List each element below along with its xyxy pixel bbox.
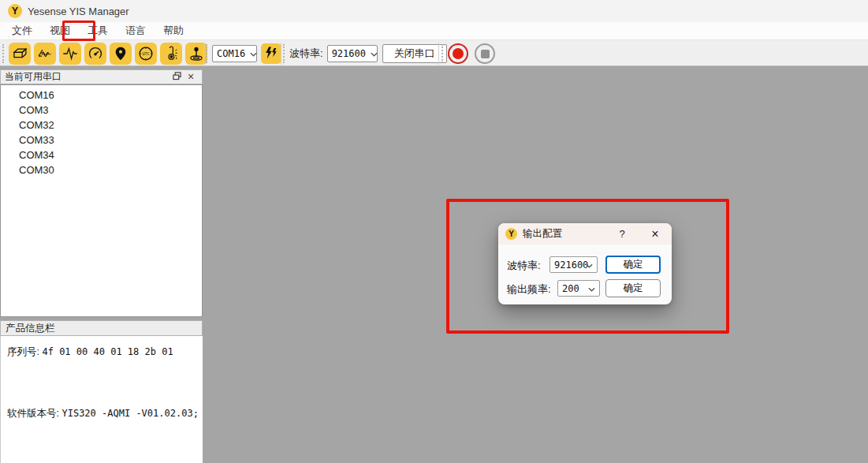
product-info-body: 序列号: 4f 01 00 40 01 18 2b 01 软件版本号: YIS3…	[0, 336, 203, 463]
output-frequency-row: 输出频率: 200 确定	[498, 279, 672, 297]
gauge-button[interactable]	[84, 43, 106, 65]
toolbar-drag-handle[interactable]	[2, 44, 6, 63]
output-config-dialog: Y 输出配置 ? × 波特率: 921600 确定 输出频率: 200 确定	[498, 223, 672, 304]
title-bar: Y Yesense YIS Manager	[0, 0, 868, 22]
software-version-line: 软件版本号: YIS320 -AQMI -V01.02.03;	[7, 407, 199, 420]
software-version-label: 软件版本号:	[7, 408, 59, 419]
port-select[interactable]: COM16	[212, 45, 257, 62]
attitude-joystick-icon	[188, 45, 205, 62]
chevron-down-icon	[250, 48, 257, 59]
dialog-help-button[interactable]: ?	[613, 223, 631, 245]
utc-clock-icon: UTC	[137, 45, 155, 62]
thermometer-icon	[162, 45, 180, 62]
serial-port-list[interactable]: COM16 COM3 COM32 COM33 COM34 COM30	[0, 84, 203, 317]
output-frequency-ok-button[interactable]: 确定	[605, 279, 661, 297]
thermometer-button[interactable]	[160, 43, 182, 65]
baud-rate-ok-button[interactable]: 确定	[605, 256, 661, 274]
chevron-down-icon	[588, 283, 595, 294]
toolbar-drag-handle[interactable]	[441, 44, 445, 63]
list-item-port[interactable]: COM33	[1, 133, 202, 147]
close-panel-button[interactable]: ×	[184, 71, 198, 83]
app-logo-icon: Y	[8, 4, 22, 18]
menu-language[interactable]: 语言	[117, 21, 155, 40]
window-title: Yesense YIS Manager	[28, 6, 129, 17]
serial-ports-panel: 当前可用串口 × COM16 COM3 COM32 COM33 COM34 CO…	[0, 69, 203, 463]
stop-icon	[481, 50, 490, 58]
serial-ports-panel-title: 当前可用串口	[5, 70, 61, 84]
serial-ports-panel-header: 当前可用串口 ×	[0, 69, 203, 84]
toolbar-drag-handle[interactable]	[283, 44, 286, 63]
record-icon	[453, 48, 464, 59]
location-pin-icon	[112, 45, 129, 62]
angle-waveform-icon	[36, 45, 54, 62]
software-version-value: YIS320 -AQMI -V01.02.03;	[61, 408, 198, 419]
cube-3d-button[interactable]	[9, 43, 31, 65]
refresh-flash-icon	[264, 46, 278, 62]
float-panel-button[interactable]	[170, 71, 184, 83]
toolbar-separator	[281, 43, 281, 65]
gauge-icon	[87, 45, 104, 62]
toolbar-separator	[203, 43, 204, 65]
dialog-close-button[interactable]: ×	[645, 223, 665, 245]
chevron-down-icon	[371, 48, 378, 59]
float-window-icon	[173, 72, 181, 83]
angle-waveform-button[interactable]	[34, 43, 56, 65]
dialog-output-frequency-select[interactable]: 200	[557, 280, 600, 297]
dialog-app-logo-icon: Y	[505, 228, 517, 240]
baud-rate-label: 波特率:	[289, 47, 323, 61]
toolbar-separator	[438, 43, 439, 65]
close-serial-port-button[interactable]: 关闭串口	[382, 44, 447, 63]
menu-help[interactable]: 帮助	[155, 21, 192, 40]
chevron-down-icon	[586, 260, 593, 271]
dialog-output-frequency-label: 输出频率:	[507, 282, 551, 297]
dialog-title: 输出配置	[523, 227, 562, 241]
dialog-baud-rate-label: 波特率:	[507, 259, 541, 273]
list-item-port[interactable]: COM3	[1, 103, 202, 118]
dialog-title-bar[interactable]: Y 输出配置 ? ×	[498, 223, 672, 245]
stop-button[interactable]	[475, 43, 495, 64]
serial-number-label: 序列号:	[7, 346, 39, 357]
port-select-value: COM16	[217, 48, 245, 59]
workspace: 当前可用串口 × COM16 COM3 COM32 COM33 COM34 CO…	[0, 66, 868, 463]
list-item-port[interactable]: COM30	[1, 162, 202, 177]
toolbar-drag-handle[interactable]	[206, 44, 209, 63]
dialog-baud-rate-value: 921600	[554, 260, 588, 271]
main-toolbar: UTC	[0, 39, 868, 66]
refresh-ports-button[interactable]	[261, 43, 281, 64]
baud-rate-select[interactable]: 921600	[327, 45, 378, 62]
location-pin-button[interactable]	[110, 43, 132, 65]
menu-tools[interactable]: 工具	[79, 21, 117, 40]
record-button[interactable]	[448, 43, 468, 64]
pulse-waveform-button[interactable]	[59, 43, 81, 65]
dialog-output-frequency-value: 200	[562, 283, 579, 294]
product-info-header: 产品信息栏	[0, 320, 203, 336]
baud-rate-value: 921600	[332, 48, 366, 59]
list-item-port[interactable]: COM34	[1, 147, 202, 162]
pulse-waveform-icon	[61, 45, 79, 62]
serial-number-value: 4f 01 00 40 01 18 2b 01	[42, 346, 173, 357]
cube-3d-icon	[11, 45, 28, 62]
menu-bar: 文件 视图 工具 语言 帮助	[0, 22, 868, 39]
list-item-port[interactable]: COM16	[1, 88, 202, 103]
menu-file[interactable]: 文件	[3, 21, 41, 40]
svg-text:UTC: UTC	[142, 51, 149, 56]
menu-view[interactable]: 视图	[41, 21, 79, 40]
dialog-baud-rate-select[interactable]: 921600	[549, 256, 598, 273]
utc-clock-button[interactable]: UTC	[135, 43, 157, 65]
product-info-title: 产品信息栏	[6, 322, 55, 335]
serial-number-line: 序列号: 4f 01 00 40 01 18 2b 01	[7, 345, 173, 359]
baud-rate-row: 波特率: 921600 确定	[498, 256, 672, 274]
close-icon: ×	[188, 73, 194, 81]
list-item-port[interactable]: COM32	[1, 118, 202, 133]
